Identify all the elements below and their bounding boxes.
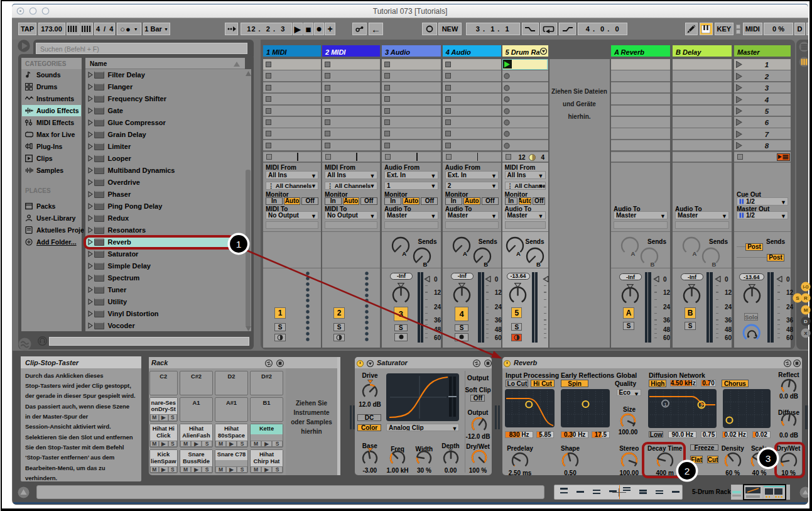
svg-text:S: S (796, 295, 799, 301)
svg-text:M: M (803, 307, 808, 313)
svg-text:I-O: I-O (803, 284, 808, 288)
svg-text:D: D (804, 319, 808, 324)
svg-text:X: X (804, 331, 808, 336)
svg-text:R: R (804, 295, 808, 301)
